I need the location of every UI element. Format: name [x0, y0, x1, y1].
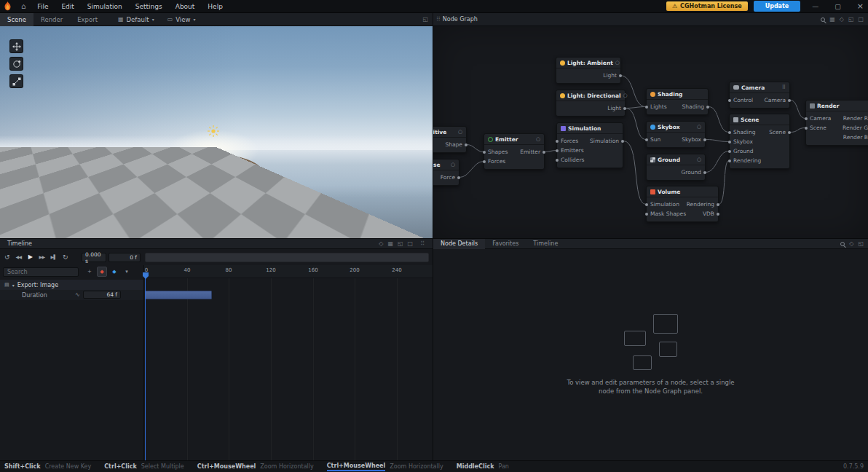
power-icon[interactable]: ○ — [697, 125, 701, 130]
port-output[interactable]: Scene — [769, 127, 791, 137]
power-icon[interactable]: ○ — [623, 93, 628, 98]
search-icon[interactable] — [821, 17, 825, 22]
selection-pivot-icon[interactable] — [210, 194, 215, 200]
panel-drag-handle-icon[interactable]: ⠿ — [433, 16, 443, 23]
node-skybox[interactable]: Skybox ○ Sun Skybox — [646, 121, 706, 148]
tab-render[interactable]: Render — [33, 13, 70, 26]
panel-drag-handle-icon[interactable]: ⠿ — [417, 240, 427, 247]
node-camera[interactable]: Camera ⠿ Control Camera — [729, 82, 790, 109]
node-light-ambient[interactable]: Light: Ambient ○ Light — [556, 57, 621, 84]
port-input[interactable]: Colliders — [556, 155, 584, 165]
port-output[interactable]: VDB — [703, 209, 719, 219]
duration-value-field[interactable]: 64 f — [83, 291, 121, 299]
maximize-icon[interactable]: ▢ — [835, 3, 841, 10]
power-icon[interactable]: ○ — [615, 60, 620, 66]
port-input[interactable]: Ground — [728, 146, 754, 156]
add-key-icon[interactable]: + — [84, 267, 95, 277]
port-input[interactable]: Lights — [645, 102, 667, 111]
port-input[interactable]: Sun — [645, 135, 660, 144]
port-output[interactable]: Render G — [843, 123, 868, 133]
loop-button[interactable]: ↻ — [60, 251, 71, 262]
pin-panel-icon[interactable]: ◇ — [849, 240, 853, 247]
maximize-panel-icon[interactable]: □ — [408, 240, 414, 247]
time-field[interactable]: 0.000 s — [82, 253, 106, 262]
node-shading[interactable]: Shading Lights Shading — [646, 88, 709, 115]
port-output[interactable]: Force — [441, 173, 460, 182]
viewport-fullscreen-icon[interactable]: ◱ — [422, 16, 428, 23]
torus-mesh[interactable] — [151, 143, 279, 219]
close-icon[interactable]: × — [857, 1, 864, 11]
port-input[interactable]: Scene — [805, 123, 826, 133]
rotate-tool-button[interactable] — [9, 57, 23, 71]
grid-view-icon[interactable]: ▦ — [829, 16, 835, 23]
power-icon[interactable]: ○ — [451, 162, 455, 168]
node-noise[interactable]: Noise ○ Force — [433, 159, 459, 186]
sun-light-gizmo-icon[interactable] — [207, 125, 220, 138]
menu-edit[interactable]: Edit — [55, 3, 79, 10]
key-filter-icon[interactable]: ▾ — [122, 267, 132, 277]
menu-simulation[interactable]: Simulation — [82, 3, 128, 10]
track-group-export-image[interactable]: ▤ ▾ Export: Image — [0, 280, 143, 290]
port-output[interactable]: Emitter — [520, 147, 545, 157]
port-output[interactable]: Rendering — [687, 200, 719, 209]
node-scene[interactable]: Scene Shading Scene Skybox Ground Render… — [729, 114, 790, 169]
maximize-panel-icon[interactable]: □ — [858, 16, 864, 23]
menu-about[interactable]: About — [170, 3, 201, 10]
home-icon[interactable]: ⌂ — [17, 2, 30, 10]
port-output[interactable]: Shading — [682, 102, 709, 111]
move-tool-button[interactable] — [9, 39, 23, 53]
reset-playback-button[interactable]: ↺ — [1, 251, 12, 262]
port-input[interactable]: Forces — [483, 157, 505, 166]
timeline-search-input[interactable] — [3, 267, 79, 277]
port-input[interactable]: Forces — [556, 136, 578, 146]
port-input[interactable]: Shapes — [483, 147, 508, 157]
jump-end-button[interactable]: ▶▌ — [48, 251, 59, 262]
duration-clip-bar[interactable] — [145, 291, 212, 299]
port-input[interactable]: Camera — [805, 114, 831, 123]
port-output[interactable]: Render B — [843, 133, 868, 142]
minimize-icon[interactable]: — — [812, 3, 818, 10]
port-output[interactable]: Skybox — [682, 135, 706, 144]
node-emitter[interactable]: Emitter ○ Shapes Emitter Forces — [484, 133, 545, 170]
power-icon[interactable]: ○ — [536, 137, 540, 142]
expand-node-icon[interactable]: ⠿ — [782, 85, 786, 90]
port-output[interactable]: Shape — [446, 140, 468, 149]
port-output[interactable]: Ground — [681, 168, 706, 177]
port-output[interactable]: Render R — [843, 114, 868, 123]
menu-settings[interactable]: Settings — [130, 3, 168, 10]
auto-key-icon[interactable]: ◆ — [97, 267, 107, 277]
viewport-3d[interactable] — [0, 26, 433, 238]
layout-icon[interactable]: ▦ — [387, 240, 393, 247]
maximize-panel-icon[interactable]: ◱ — [858, 240, 864, 247]
port-input[interactable]: Emitters — [556, 146, 584, 155]
track-list-splitter[interactable] — [143, 265, 144, 460]
port-output[interactable]: Camera — [765, 95, 791, 105]
tab-node-details[interactable]: Node Details — [433, 239, 485, 249]
port-input[interactable]: Control — [728, 95, 753, 105]
port-input[interactable]: Skybox — [728, 137, 753, 146]
tab-scene[interactable]: Scene — [0, 13, 33, 26]
port-input[interactable]: Simulation — [645, 200, 679, 209]
collapse-chevron-icon[interactable]: ▾ — [12, 283, 15, 288]
tab-favorites[interactable]: Favorites — [485, 239, 526, 249]
jump-start-button[interactable]: ◀◀ — [13, 251, 24, 262]
port-output[interactable]: Light — [607, 103, 626, 113]
view-dropdown[interactable]: ▭ View ▾ — [167, 16, 196, 23]
port-output[interactable]: Light — [603, 71, 622, 80]
power-icon[interactable]: ○ — [458, 130, 462, 135]
node-light-directional[interactable]: Light: Directional ○ Light — [556, 90, 626, 117]
frame-field[interactable]: 0 f — [108, 253, 141, 262]
node-primitive[interactable]: Primitive ○ Shape — [433, 126, 467, 153]
collapse-panel-icon[interactable]: ◱ — [848, 16, 854, 23]
snap-key-icon[interactable]: ◆ — [109, 267, 119, 277]
pin-panel-icon[interactable]: ◇ — [379, 240, 383, 247]
node-volume[interactable]: Volume Simulation Rendering Mask Shapes … — [646, 186, 719, 222]
node-ground[interactable]: Ground ○ Ground — [646, 154, 706, 181]
update-button[interactable]: Update — [754, 1, 801, 12]
tab-timeline[interactable]: Timeline — [526, 239, 565, 249]
port-input[interactable]: Shading — [728, 127, 755, 137]
license-badge[interactable]: ⚠ CGHotman License — [666, 1, 748, 11]
search-icon[interactable] — [840, 242, 845, 246]
track-duration[interactable]: Duration — [0, 290, 143, 300]
node-graph-panel[interactable]: Light: Ambient ○ Light Light: Directiona… — [433, 26, 868, 238]
